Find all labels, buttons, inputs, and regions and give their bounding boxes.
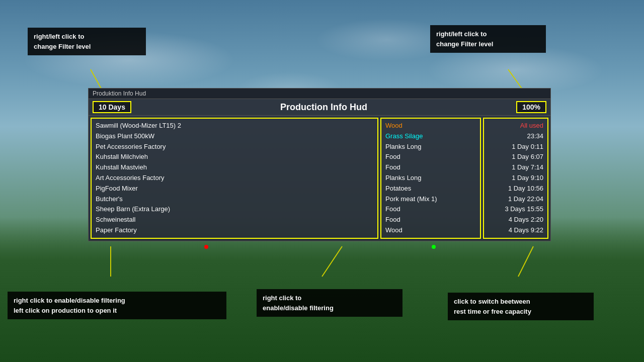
list-item: Food xyxy=(385,162,476,173)
annotation-bottom-center: right click to enable/disable filtering xyxy=(257,289,403,317)
annotation-bl-line2: left click on production to open it xyxy=(14,307,117,314)
times-column[interactable]: All used 23:34 1 Day 0:11 1 Day 6:07 1 D… xyxy=(483,118,548,239)
green-dot xyxy=(432,245,436,249)
annotation-bottom-left: right click to enable/disable filtering … xyxy=(8,292,226,319)
list-item: Grass Silage xyxy=(385,131,476,142)
list-item: 1 Day 10:56 xyxy=(488,184,543,194)
list-item: 23:34 xyxy=(488,131,543,142)
list-item: 4 Days 9:22 xyxy=(488,225,543,236)
list-item: Planks Long xyxy=(385,173,476,184)
annotation-tr-line2: change Filter level xyxy=(436,40,493,48)
list-item[interactable]: Art Accessories Factory xyxy=(96,173,373,184)
list-item[interactable]: Sawmill (Wood-Mizer LT15) 2 xyxy=(96,121,373,131)
list-item[interactable]: PigFood Mixer xyxy=(96,184,373,194)
annotation-top-right: right/left click to change Filter level xyxy=(430,25,546,53)
annotation-bottom-right: click to switch beetween rest time or fr… xyxy=(448,293,594,320)
red-dot xyxy=(204,245,208,249)
outputs-column[interactable]: Wood Grass Silage Planks Long Food Food … xyxy=(380,118,481,239)
hud-main-title: Production Info Hud xyxy=(280,102,367,113)
list-item: 4 Days 2:20 xyxy=(488,215,543,225)
hud-panel: Produktion Info Hud 10 Days Production I… xyxy=(88,88,551,241)
list-item: 1 Day 7:14 xyxy=(488,162,543,173)
list-item[interactable]: Sheep Barn (Extra Large) xyxy=(96,204,373,215)
annotation-bc-line2: enable/disable filtering xyxy=(263,304,334,312)
list-item: Wood xyxy=(385,225,476,236)
annotation-tr-line1: right/left click to xyxy=(436,30,487,38)
list-item: Food xyxy=(385,152,476,162)
filter-left-button[interactable]: 10 Days xyxy=(93,101,131,113)
list-item: Food xyxy=(385,215,476,225)
list-item[interactable]: Kuhstall Milchvieh xyxy=(96,152,373,162)
hud-title-text: Produktion Info Hud xyxy=(93,90,146,97)
list-item[interactable]: Biogas Plant 500kW xyxy=(96,131,373,142)
list-item: All used xyxy=(488,121,543,131)
filter-right-button[interactable]: 100% xyxy=(516,101,546,113)
annotation-bl-line1: right click to enable/disable filtering xyxy=(14,297,125,304)
list-item: Pork meat (Mix 1) xyxy=(385,194,476,205)
list-item[interactable]: Butcher's xyxy=(96,194,373,205)
list-item[interactable]: Pet Accessories Factory xyxy=(96,142,373,152)
list-item: 1 Day 6:07 xyxy=(488,152,543,162)
list-item: Planks Long xyxy=(385,142,476,152)
list-item: Wood xyxy=(385,121,476,131)
annotation-br-line1: click to switch beetween xyxy=(454,298,530,305)
list-item: 1 Day 9:10 xyxy=(488,173,543,184)
list-item[interactable]: Kuhstall Mastvieh xyxy=(96,162,373,173)
list-item: 1 Day 22:04 xyxy=(488,194,543,205)
list-item: Potatoes xyxy=(385,184,476,194)
hud-title-bar: Produktion Info Hud xyxy=(89,88,550,99)
list-item: Food xyxy=(385,204,476,215)
hud-body: Sawmill (Wood-Mizer LT15) 2 Biogas Plant… xyxy=(89,116,550,241)
list-item[interactable]: Paper Factory xyxy=(96,225,373,236)
productions-column[interactable]: Sawmill (Wood-Mizer LT15) 2 Biogas Plant… xyxy=(91,118,378,239)
annotation-tl-line2: change Filter level xyxy=(34,43,91,50)
list-item: 3 Days 15:55 xyxy=(488,204,543,215)
annotation-br-line2: rest time or free capacity xyxy=(454,308,531,315)
list-item[interactable]: Schweinestall xyxy=(96,215,373,225)
annotation-bc-line1: right click to xyxy=(263,294,301,302)
hud-header: 10 Days Production Info Hud 100% xyxy=(89,99,550,116)
list-item: 1 Day 0:11 xyxy=(488,142,543,152)
annotation-tl-line1: right/left click to xyxy=(34,33,84,40)
annotation-top-left: right/left click to change Filter level xyxy=(28,28,146,55)
